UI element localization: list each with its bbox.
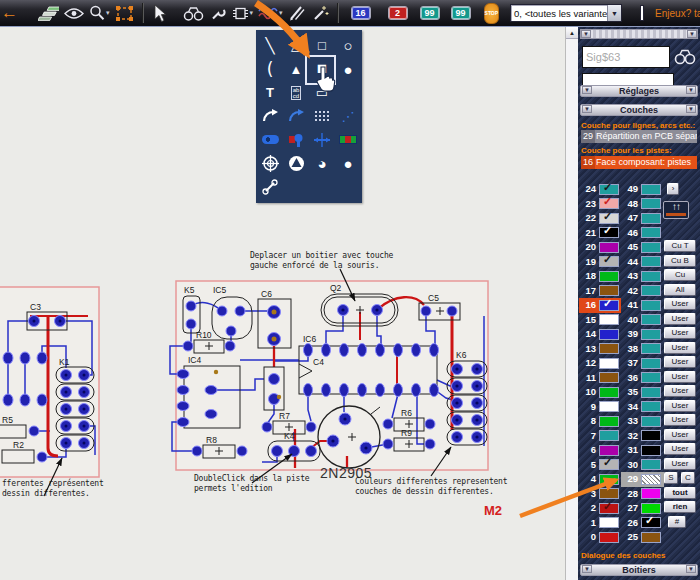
layer-button-cu-t[interactable]: Cu T: [664, 240, 696, 252]
layer-number-11[interactable]: 11: [580, 371, 596, 386]
layer-number-49[interactable]: 49: [622, 182, 638, 197]
layer-number-1[interactable]: 1: [580, 516, 596, 531]
layer-number-6[interactable]: 6: [580, 443, 596, 458]
layer-swatch-38[interactable]: [641, 343, 661, 354]
layer-button-#[interactable]: #: [668, 516, 686, 528]
magic-wand-icon[interactable]: [311, 2, 329, 24]
signals-dropdown-arrow[interactable]: ▾: [279, 9, 283, 17]
dot-grid-tool-icon[interactable]: [309, 105, 335, 129]
layer-number-42[interactable]: 42: [622, 284, 638, 299]
layer-swatch-0[interactable]: [599, 532, 619, 543]
measure-bone-tool-icon[interactable]: [257, 175, 283, 199]
layer-99-badge[interactable]: 99: [420, 6, 440, 20]
section-boitiers[interactable]: ▼ Boitiers ▼: [580, 564, 698, 576]
layer-button-all[interactable]: All: [664, 284, 696, 296]
layer-swatch-33[interactable]: [641, 416, 661, 427]
curved-route-blue-icon[interactable]: [283, 105, 309, 129]
layer-swatch-48[interactable]: [641, 198, 661, 209]
layer-swatch-30[interactable]: [641, 459, 661, 470]
layer-number-2[interactable]: 2: [580, 501, 596, 516]
layer-number-14[interactable]: 14: [580, 327, 596, 342]
layer-swatch-34[interactable]: [641, 401, 661, 412]
sidebar-mini-scrollbar[interactable]: ▼ ▼: [580, 29, 698, 39]
layer-button-user[interactable]: User: [664, 342, 696, 354]
layer-swatch-18[interactable]: [599, 271, 619, 282]
draw-pen-icon[interactable]: [288, 2, 306, 24]
layer-swatch-23[interactable]: ✓: [599, 198, 619, 209]
layer-button-user[interactable]: User: [664, 327, 696, 339]
layer-number-32[interactable]: 32: [622, 429, 638, 444]
circle-outline-tool-icon[interactable]: ○: [335, 34, 361, 58]
layer-button-user[interactable]: User: [664, 429, 696, 441]
layer-swatch-14[interactable]: [599, 329, 619, 340]
layer-button-user[interactable]: User: [664, 400, 696, 412]
layer-swatch-20[interactable]: [599, 242, 619, 253]
dotted-line-tool-icon[interactable]: ⋰: [335, 105, 361, 129]
layer-number-31[interactable]: 31: [622, 443, 638, 458]
layer-number-15[interactable]: 15: [580, 313, 596, 328]
zoom-magnifier-icon[interactable]: ▾: [89, 2, 110, 24]
layer-swatch-31[interactable]: [641, 445, 661, 456]
layer-number-3[interactable]: 3: [580, 487, 596, 502]
layer-button-user[interactable]: User: [664, 371, 696, 383]
layer-2-badge[interactable]: 2: [388, 6, 408, 20]
chip-dropdown-arrow[interactable]: ▾: [250, 9, 254, 17]
layer-number-17[interactable]: 17: [580, 284, 596, 299]
layer-number-44[interactable]: 44: [622, 255, 638, 270]
cursor-tool-icon[interactable]: [152, 2, 166, 24]
layer-number-8[interactable]: 8: [580, 414, 596, 429]
layer-number-5[interactable]: 5: [580, 458, 596, 473]
back-arrow-icon[interactable]: ←: [1, 2, 18, 24]
layer-number-22[interactable]: 22: [580, 211, 596, 226]
layer-number-9[interactable]: 9: [580, 400, 596, 415]
component-chip-icon[interactable]: ▾: [231, 2, 254, 24]
layer-number-33[interactable]: 33: [622, 414, 638, 429]
layer-button-s[interactable]: S: [664, 472, 678, 484]
layer-swatch-2[interactable]: ✓: [599, 503, 619, 514]
triangle-marker-tool-icon[interactable]: [283, 152, 309, 176]
layer-number-28[interactable]: 28: [622, 487, 638, 502]
scroll-left-arrow-icon[interactable]: ▼: [581, 30, 591, 38]
layer-number-25[interactable]: 25: [622, 530, 638, 545]
layer-number-36[interactable]: 36: [622, 371, 638, 386]
layer-button-tout[interactable]: tout: [664, 487, 696, 499]
section-couches[interactable]: ▼ Couches ▼: [580, 104, 698, 116]
layer-swatch-11[interactable]: [599, 372, 619, 383]
arc-tool-icon[interactable]: (: [257, 58, 283, 82]
layer-number-24[interactable]: 24: [580, 182, 596, 197]
pin-pad-tool-icon[interactable]: [283, 128, 309, 152]
layer-swatch-44[interactable]: [641, 256, 661, 267]
line-layer-value[interactable]: 29Répartition en PCB séparé: [581, 130, 697, 143]
layer-number-45[interactable]: 45: [622, 240, 638, 255]
layer-number-30[interactable]: 30: [622, 458, 638, 473]
layer-number-35[interactable]: 35: [622, 385, 638, 400]
rectangle-outline-tool-icon[interactable]: □: [309, 34, 335, 58]
binoculars-search-icon[interactable]: [183, 2, 204, 24]
layer-number-10[interactable]: 10: [580, 385, 596, 400]
smd-pad-tool-icon[interactable]: [335, 128, 361, 152]
layer-number-29[interactable]: 29: [622, 472, 638, 487]
zoom-dropdown-arrow[interactable]: ▾: [106, 9, 110, 17]
layer-swatch-15[interactable]: [599, 314, 619, 325]
layer-number-48[interactable]: 48: [622, 197, 638, 212]
text-tool-icon[interactable]: T: [257, 81, 283, 105]
layer-button-rien[interactable]: rien: [664, 501, 696, 513]
left-pcb-board[interactable]: C3 K1 R5 R2: [0, 287, 99, 496]
layer-number-19[interactable]: 19: [580, 255, 596, 270]
layer-number-34[interactable]: 34: [622, 400, 638, 415]
layer-swatch-3[interactable]: [599, 488, 619, 499]
layer-swatch-4[interactable]: [599, 474, 619, 485]
layer-swatch-25[interactable]: [641, 532, 661, 543]
layer-swatch-40[interactable]: [641, 314, 661, 325]
layer-swatch-39[interactable]: [641, 329, 661, 340]
layer-button-user[interactable]: User: [664, 385, 696, 397]
layer-swatch-49[interactable]: [641, 184, 661, 195]
layer-number-7[interactable]: 7: [580, 429, 596, 444]
layer-number-18[interactable]: 18: [580, 269, 596, 284]
scroll-up-icon[interactable]: ▲: [566, 27, 578, 39]
wrench-icon[interactable]: [209, 2, 226, 24]
layer-16-badge[interactable]: 16: [351, 6, 371, 20]
layer-button-user[interactable]: User: [664, 414, 696, 426]
signal-search-input[interactable]: [582, 46, 670, 68]
eye-icon[interactable]: [64, 2, 84, 24]
